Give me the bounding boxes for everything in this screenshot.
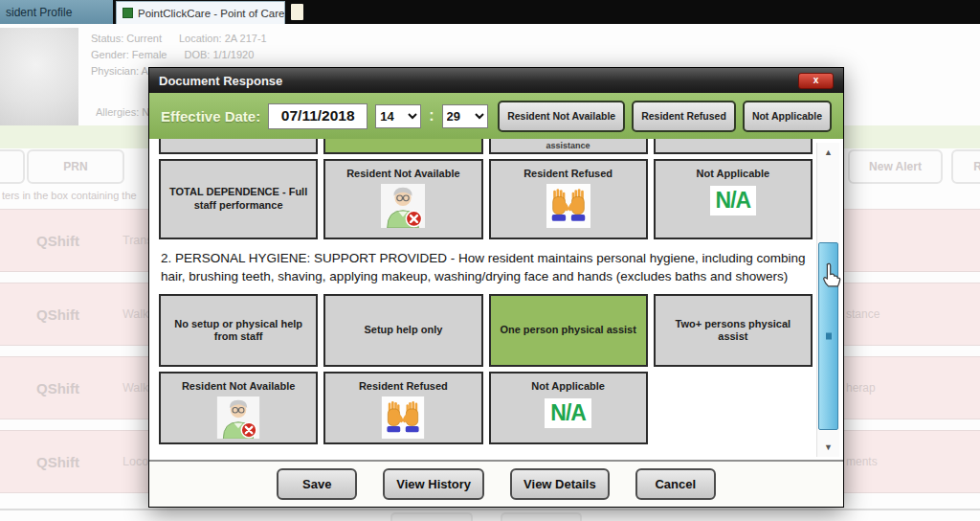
view-details-button[interactable]: View Details (510, 468, 610, 500)
cancel-button[interactable]: Cancel (635, 468, 716, 500)
resident-gender: Gender: Female (91, 49, 167, 60)
qshift-tag: QShift (36, 233, 79, 249)
tab-resident-profile[interactable]: sident Profile (0, 0, 113, 24)
dialog-title: Document Response (159, 74, 282, 88)
scroll-down-arrow-icon[interactable]: ▼ (817, 441, 839, 454)
row-right-fragment: ments (846, 455, 878, 468)
left-partial-button[interactable] (0, 149, 25, 184)
question1-response-row: TOTAL DEPENDENCE - Full staff performanc… (159, 159, 813, 239)
option-resident-not-available[interactable]: Resident Not Available (323, 159, 482, 239)
option-resident-refused[interactable]: Resident Refused (489, 159, 648, 239)
option-cell[interactable]: assistance (489, 139, 648, 154)
option-label: Resident Refused (523, 168, 612, 181)
resident-photo (0, 28, 78, 125)
header-buttons: Resident Not Available Resident Refused … (498, 101, 832, 132)
not-applicable-icon: N/A (545, 398, 591, 428)
option-label: Resident Refused (359, 380, 448, 394)
row-right-fragment: herap (846, 381, 876, 395)
question2-text: 2. PERSONAL HYGIENE: SUPPORT PROVIDED - … (159, 239, 813, 294)
option-cell[interactable] (159, 139, 318, 154)
effective-date-input[interactable] (268, 103, 368, 129)
option-two-plus-persons-assist[interactable]: Two+ persons physical assist (654, 294, 813, 367)
resident-not-available-icon (381, 184, 425, 228)
resident-refused-hands-icon (381, 396, 425, 439)
scroll-viewport: assistance TOTAL DEPENDENCE - Full staff… (159, 139, 813, 460)
scrollbar-grip-icon (826, 333, 832, 340)
option-label: Resident Not Available (182, 380, 295, 394)
empty-cell (654, 372, 813, 444)
dialog-title-bar: Document Response x (149, 68, 843, 93)
scroll-up-arrow-icon[interactable]: ▲ (817, 146, 839, 159)
not-applicable-button[interactable]: Not Applicable (743, 101, 832, 132)
option-label: Not Applicable (531, 380, 605, 394)
new-tab-button[interactable] (291, 4, 303, 20)
close-button[interactable]: x (798, 73, 834, 89)
question2-response-row1: No setup or physical help from staff Set… (159, 294, 813, 367)
qshift-tag: QShift (36, 306, 79, 323)
qshift-tag: QShift (36, 454, 79, 470)
document-response-dialog: Document Response x Effective Date: 14 :… (148, 67, 844, 508)
option-not-applicable[interactable]: Not Applicable N/A (489, 372, 648, 444)
browser-tab-bar: sident Profile PointClickCare - Point of… (0, 0, 980, 24)
option-total-dependence[interactable]: TOTAL DEPENDENCE - Full staff performanc… (159, 159, 318, 239)
background-divider (0, 509, 980, 510)
resident-refused-hands-icon (546, 184, 590, 228)
row-right-fragment: stance (846, 307, 880, 321)
option-label: Not Applicable (697, 168, 770, 181)
tab-title: PointClickCare - Point of Care... (138, 8, 285, 19)
option-cell[interactable] (654, 139, 813, 154)
resident-dob: DOB: 1/1/1920 (184, 49, 254, 60)
effective-date-bar: Effective Date: 14 : 29 Resident Not Ava… (149, 93, 843, 139)
resident-not-available-icon (216, 396, 260, 439)
tab-pointclickcare[interactable]: PointClickCare - Point of Care... × (116, 1, 285, 24)
dialog-footer: Save View History View Details Cancel (149, 460, 843, 507)
option-cell-selected[interactable] (323, 139, 482, 154)
qshift-tag: QShift (36, 380, 79, 396)
allergies-label: Allergies: N (96, 106, 149, 118)
option-resident-refused[interactable]: Resident Refused (323, 372, 482, 444)
view-history-button[interactable]: View History (383, 468, 484, 500)
prn-button[interactable]: PRN (27, 149, 124, 184)
minute-select[interactable]: 29 (442, 104, 488, 128)
option-setup-help-only[interactable]: Setup help only (323, 294, 482, 367)
new-alert-button[interactable]: New Alert (848, 149, 943, 184)
pointclickcare-favicon-icon (122, 8, 133, 18)
partial-row-clipped: assistance (159, 139, 813, 154)
question2-response-row2: Resident Not Available Resident Refused … (159, 372, 813, 444)
not-applicable-icon: N/A (710, 186, 757, 215)
screen: sident Profile PointClickCare - Point of… (0, 0, 980, 521)
hour-select[interactable]: 14 (375, 104, 421, 128)
resident-not-available-button[interactable]: Resident Not Available (498, 101, 625, 132)
option-one-person-assist-selected[interactable]: One person physical assist (489, 294, 648, 367)
hint-text: ters in the box containing the (2, 190, 137, 201)
cursor-hand-icon (819, 262, 843, 290)
resident-location: Location: 2A 217-1 (179, 33, 267, 44)
right-partial-button[interactable]: Ra (951, 149, 980, 184)
option-resident-not-available[interactable]: Resident Not Available (159, 372, 318, 444)
option-no-setup-help[interactable]: No setup or physical help from staff (159, 294, 318, 367)
vertical-scrollbar[interactable]: ▲ ▼ (816, 143, 839, 457)
time-separator: : (429, 107, 434, 125)
option-not-applicable[interactable]: Not Applicable N/A (654, 159, 813, 239)
option-label: Resident Not Available (346, 168, 459, 181)
background-ghost-button[interactable] (390, 512, 473, 521)
save-button[interactable]: Save (277, 468, 357, 500)
resident-refused-button[interactable]: Resident Refused (632, 101, 736, 132)
resident-status: Status: Current (91, 33, 162, 44)
effective-date-label: Effective Date: (161, 108, 260, 125)
background-ghost-button[interactable] (501, 512, 582, 521)
